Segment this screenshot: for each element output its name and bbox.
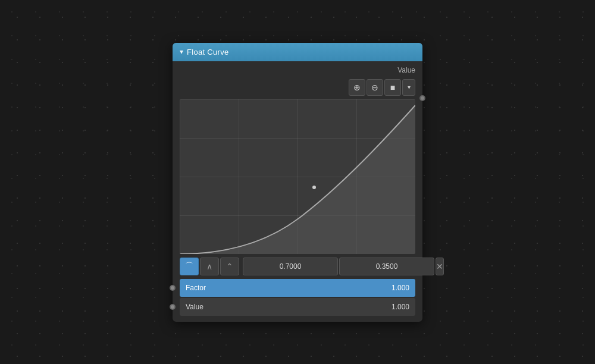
reset-button[interactable]: ■ <box>384 79 401 96</box>
value-label: Value <box>186 303 392 311</box>
curve-type-buttons: ⌒ ∧ ⌃ <box>180 258 239 275</box>
auto-curve-button[interactable]: ⌃ <box>220 258 239 275</box>
value-socket-row[interactable]: Value 1.000 <box>180 298 415 316</box>
curve-controls-row: ⌒ ∧ ⌃ ✕ <box>180 258 415 275</box>
value-output-socket[interactable] <box>419 95 425 101</box>
bottom-padding <box>173 317 422 322</box>
value-output-label: Value <box>397 66 415 74</box>
vector-curve-button[interactable]: ∧ <box>200 258 219 275</box>
collapse-chevron[interactable]: ▾ <box>180 48 183 56</box>
factor-label: Factor <box>186 284 392 292</box>
close-point-button[interactable]: ✕ <box>436 258 444 275</box>
curve-svg <box>180 99 415 254</box>
factor-socket-row[interactable]: Factor 1.000 <box>180 279 415 297</box>
curve-toolbar: ⊕ ⊖ ■ ▾ <box>173 77 422 99</box>
node-title: Float Curve <box>187 48 229 57</box>
factor-value: 1.000 <box>392 284 409 292</box>
zoom-out-button[interactable]: ⊖ <box>367 79 383 96</box>
value-value: 1.000 <box>392 303 409 311</box>
x-coord-input[interactable] <box>243 258 338 275</box>
value-output-row: Value <box>173 61 422 77</box>
factor-socket-dot <box>170 285 176 291</box>
y-coord-input[interactable] <box>339 258 434 275</box>
curve-editor[interactable] <box>180 99 415 254</box>
zoom-in-button[interactable]: ⊕ <box>349 79 365 96</box>
value-socket-dot <box>170 304 176 310</box>
smooth-curve-button[interactable]: ⌒ <box>180 258 199 275</box>
node-header: ▾ Float Curve <box>173 43 422 61</box>
float-curve-node: ▾ Float Curve Value ⊕ ⊖ ■ ▾ ⌒ ∧ ⌃ ✕ <box>173 43 422 322</box>
control-point[interactable] <box>312 186 316 189</box>
dropdown-button[interactable]: ▾ <box>402 79 415 96</box>
